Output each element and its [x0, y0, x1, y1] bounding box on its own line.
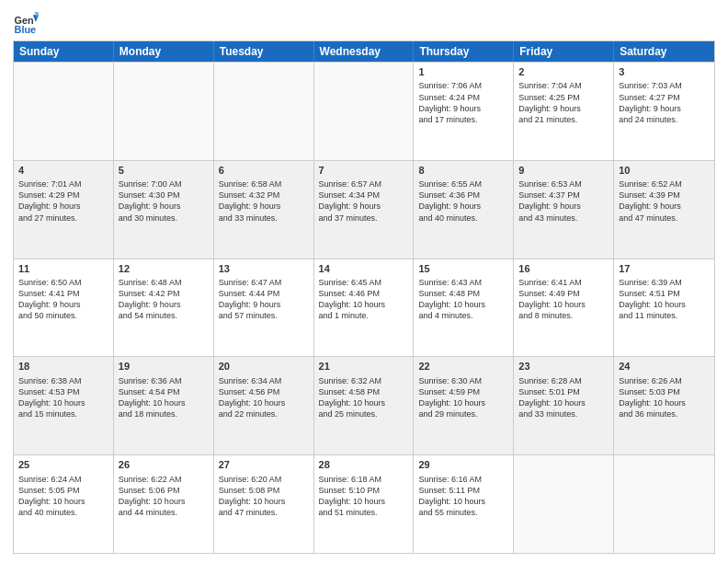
- day-number: 21: [319, 360, 409, 373]
- day-number: 2: [518, 65, 609, 79]
- cal-cell: 19Sunrise: 6:36 AMSunset: 4:54 PMDayligh…: [114, 357, 214, 454]
- day-number: 3: [619, 65, 710, 79]
- cal-cell: [514, 455, 614, 553]
- header: Gen Blue: [13, 9, 715, 35]
- svg-text:Blue: Blue: [15, 24, 37, 35]
- day-number: 15: [418, 262, 508, 276]
- cal-cell: 18Sunrise: 6:38 AMSunset: 4:53 PMDayligh…: [14, 357, 114, 454]
- cell-text: Sunrise: 6:22 AMSunset: 5:06 PMDaylight:…: [119, 474, 209, 519]
- cal-cell: 27Sunrise: 6:20 AMSunset: 5:08 PMDayligh…: [214, 455, 314, 553]
- day-number: 8: [418, 164, 508, 178]
- cell-text: Sunrise: 6:30 AMSunset: 4:59 PMDaylight:…: [418, 375, 508, 420]
- day-header-monday: Monday: [114, 41, 214, 62]
- calendar-row-3: 11Sunrise: 6:50 AMSunset: 4:41 PMDayligh…: [14, 259, 714, 357]
- day-number: 11: [18, 262, 108, 276]
- cell-text: Sunrise: 6:52 AMSunset: 4:39 PMDaylight:…: [619, 178, 710, 224]
- cell-text: Sunrise: 6:45 AMSunset: 4:46 PMDaylight:…: [319, 277, 409, 322]
- cal-cell: 29Sunrise: 6:16 AMSunset: 5:11 PMDayligh…: [414, 455, 514, 553]
- day-header-thursday: Thursday: [414, 41, 514, 62]
- cal-cell: 25Sunrise: 6:24 AMSunset: 5:05 PMDayligh…: [14, 455, 114, 553]
- cell-text: Sunrise: 6:39 AMSunset: 4:51 PMDaylight:…: [619, 277, 710, 322]
- day-header-wednesday: Wednesday: [314, 41, 415, 62]
- day-number: 17: [619, 262, 710, 276]
- cal-cell: 8Sunrise: 6:55 AMSunset: 4:36 PMDaylight…: [414, 161, 514, 259]
- cal-cell: [314, 63, 415, 160]
- cal-cell: [614, 455, 714, 553]
- day-number: 16: [518, 262, 609, 276]
- day-number: 20: [219, 360, 309, 373]
- day-header-saturday: Saturday: [614, 41, 714, 62]
- cal-cell: 7Sunrise: 6:57 AMSunset: 4:34 PMDaylight…: [314, 161, 415, 259]
- cal-cell: 9Sunrise: 6:53 AMSunset: 4:37 PMDaylight…: [514, 161, 614, 259]
- day-number: 18: [18, 360, 108, 373]
- cell-text: Sunrise: 6:20 AMSunset: 5:08 PMDaylight:…: [219, 474, 309, 519]
- cal-cell: 13Sunrise: 6:47 AMSunset: 4:44 PMDayligh…: [214, 259, 314, 357]
- cell-text: Sunrise: 6:26 AMSunset: 5:03 PMDaylight:…: [619, 375, 710, 420]
- calendar-row-1: 1Sunrise: 7:06 AMSunset: 4:24 PMDaylight…: [14, 62, 714, 160]
- cell-text: Sunrise: 6:24 AMSunset: 5:05 PMDaylight:…: [18, 474, 108, 519]
- cal-cell: 21Sunrise: 6:32 AMSunset: 4:58 PMDayligh…: [314, 357, 415, 454]
- day-number: 22: [418, 360, 508, 373]
- cell-text: Sunrise: 6:50 AMSunset: 4:41 PMDaylight:…: [18, 277, 108, 322]
- cal-cell: 24Sunrise: 6:26 AMSunset: 5:03 PMDayligh…: [614, 357, 714, 454]
- cal-cell: 12Sunrise: 6:48 AMSunset: 4:42 PMDayligh…: [114, 259, 214, 357]
- cal-cell: 15Sunrise: 6:43 AMSunset: 4:48 PMDayligh…: [414, 259, 514, 357]
- cell-text: Sunrise: 6:43 AMSunset: 4:48 PMDaylight:…: [418, 277, 508, 322]
- cell-text: Sunrise: 6:48 AMSunset: 4:42 PMDaylight:…: [119, 277, 209, 322]
- cal-cell: 17Sunrise: 6:39 AMSunset: 4:51 PMDayligh…: [614, 259, 714, 357]
- cell-text: Sunrise: 6:36 AMSunset: 4:54 PMDaylight:…: [119, 375, 209, 420]
- cal-cell: [214, 63, 314, 160]
- cell-text: Sunrise: 6:57 AMSunset: 4:34 PMDaylight:…: [319, 178, 409, 224]
- cell-text: Sunrise: 6:16 AMSunset: 5:11 PMDaylight:…: [418, 474, 508, 519]
- cal-cell: 11Sunrise: 6:50 AMSunset: 4:41 PMDayligh…: [14, 259, 114, 357]
- cal-cell: 23Sunrise: 6:28 AMSunset: 5:01 PMDayligh…: [514, 357, 614, 454]
- day-number: 10: [619, 164, 710, 178]
- cal-cell: 10Sunrise: 6:52 AMSunset: 4:39 PMDayligh…: [614, 161, 714, 259]
- cal-cell: 5Sunrise: 7:00 AMSunset: 4:30 PMDaylight…: [114, 161, 214, 259]
- cell-text: Sunrise: 6:38 AMSunset: 4:53 PMDaylight:…: [18, 375, 108, 420]
- day-number: 12: [119, 262, 209, 276]
- cal-cell: 26Sunrise: 6:22 AMSunset: 5:06 PMDayligh…: [114, 455, 214, 553]
- calendar: SundayMondayTuesdayWednesdayThursdayFrid…: [13, 40, 715, 554]
- cell-text: Sunrise: 6:55 AMSunset: 4:36 PMDaylight:…: [418, 178, 508, 224]
- cal-cell: 20Sunrise: 6:34 AMSunset: 4:56 PMDayligh…: [214, 357, 314, 454]
- day-number: 4: [18, 164, 108, 178]
- cell-text: Sunrise: 6:53 AMSunset: 4:37 PMDaylight:…: [518, 178, 609, 224]
- day-number: 13: [219, 262, 309, 276]
- day-header-friday: Friday: [514, 41, 614, 62]
- cal-cell: [14, 63, 114, 160]
- cell-text: Sunrise: 7:04 AMSunset: 4:25 PMDaylight:…: [518, 80, 609, 125]
- logo: Gen Blue: [13, 9, 42, 35]
- logo-icon: Gen Blue: [13, 9, 39, 35]
- day-number: 27: [219, 458, 309, 472]
- day-number: 14: [319, 262, 409, 276]
- cell-text: Sunrise: 7:03 AMSunset: 4:27 PMDaylight:…: [619, 80, 710, 125]
- cell-text: Sunrise: 6:32 AMSunset: 4:58 PMDaylight:…: [319, 375, 409, 420]
- day-header-sunday: Sunday: [14, 41, 114, 62]
- cell-text: Sunrise: 6:47 AMSunset: 4:44 PMDaylight:…: [219, 277, 309, 322]
- day-number: 7: [319, 164, 409, 178]
- day-number: 25: [18, 458, 108, 472]
- cell-text: Sunrise: 6:18 AMSunset: 5:10 PMDaylight:…: [319, 474, 409, 519]
- day-number: 9: [518, 164, 609, 178]
- cell-text: Sunrise: 6:34 AMSunset: 4:56 PMDaylight:…: [219, 375, 309, 420]
- cal-cell: 28Sunrise: 6:18 AMSunset: 5:10 PMDayligh…: [314, 455, 415, 553]
- cal-cell: 16Sunrise: 6:41 AMSunset: 4:49 PMDayligh…: [514, 259, 614, 357]
- calendar-row-2: 4Sunrise: 7:01 AMSunset: 4:29 PMDaylight…: [14, 160, 714, 259]
- day-number: 6: [219, 164, 309, 178]
- cell-text: Sunrise: 6:41 AMSunset: 4:49 PMDaylight:…: [518, 277, 609, 322]
- cell-text: Sunrise: 7:00 AMSunset: 4:30 PMDaylight:…: [119, 178, 209, 224]
- cal-cell: [114, 63, 214, 160]
- day-header-tuesday: Tuesday: [214, 41, 314, 62]
- calendar-header: SundayMondayTuesdayWednesdayThursdayFrid…: [14, 41, 714, 62]
- cell-text: Sunrise: 7:06 AMSunset: 4:24 PMDaylight:…: [418, 80, 508, 125]
- day-number: 19: [119, 360, 209, 373]
- day-number: 23: [518, 360, 609, 373]
- day-number: 5: [119, 164, 209, 178]
- day-number: 26: [119, 458, 209, 472]
- day-number: 28: [319, 458, 409, 472]
- day-number: 29: [418, 458, 508, 472]
- calendar-row-5: 25Sunrise: 6:24 AMSunset: 5:05 PMDayligh…: [14, 454, 714, 553]
- cal-cell: 1Sunrise: 7:06 AMSunset: 4:24 PMDaylight…: [414, 63, 514, 160]
- cal-cell: 2Sunrise: 7:04 AMSunset: 4:25 PMDaylight…: [514, 63, 614, 160]
